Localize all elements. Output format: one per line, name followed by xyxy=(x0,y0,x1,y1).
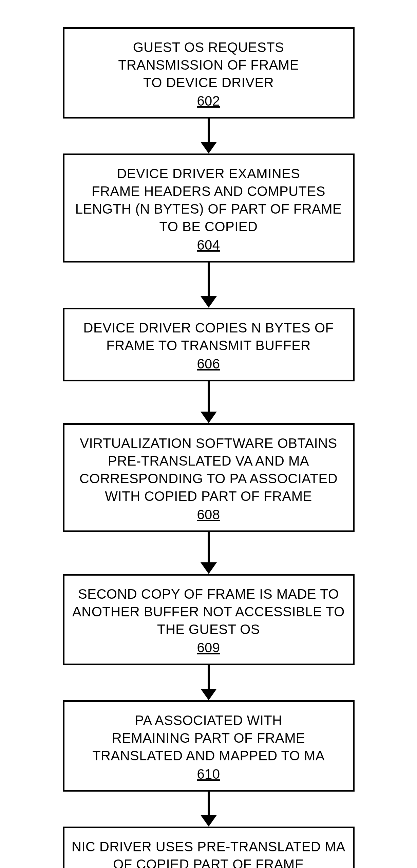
flow-step-ref: 606 xyxy=(197,356,220,372)
flow-step-text: TRANSMISSION OF FRAME xyxy=(118,56,299,74)
flow-step-608: VIRTUALIZATION SOFTWARE OBTAINSPRE-TRANS… xyxy=(63,423,355,532)
flow-arrow-icon xyxy=(201,792,217,827)
flow-step-text: GUEST OS REQUESTS xyxy=(133,38,284,56)
flow-step-606: DEVICE DRIVER COPIES N BYTES OFFRAME TO … xyxy=(63,308,355,381)
flow-arrow-icon xyxy=(201,665,217,700)
flow-step-text: TRANSLATED AND MAPPED TO MA xyxy=(92,747,325,764)
flow-arrow-icon xyxy=(201,532,217,574)
flow-arrow-icon xyxy=(201,381,217,423)
flow-step-612: NIC DRIVER USES PRE-TRANSLATED MAOF COPI… xyxy=(63,827,355,868)
flow-step-ref: 602 xyxy=(197,93,220,109)
flow-step-text: PA ASSOCIATED WITH xyxy=(135,711,282,729)
flow-step-text: PRE-TRANSLATED VA AND MA xyxy=(108,452,309,470)
flow-step-text: SECOND COPY OF FRAME IS MADE TO xyxy=(78,585,339,603)
flow-step-text: WITH COPIED PART OF FRAME xyxy=(105,487,312,505)
flow-step-text: TO DEVICE DRIVER xyxy=(143,74,274,91)
flow-step-text: TO BE COPIED xyxy=(159,218,258,235)
flow-step-text: ANOTHER BUFFER NOT ACCESSIBLE TO xyxy=(72,603,345,620)
arrow-shaft xyxy=(208,532,210,563)
flow-arrow-icon xyxy=(201,119,217,153)
flow-step-text: NIC DRIVER USES PRE-TRANSLATED MA xyxy=(72,838,345,855)
flowchart-container: GUEST OS REQUESTSTRANSMISSION OF FRAMETO… xyxy=(59,27,358,868)
flow-step-610: PA ASSOCIATED WITHREMAINING PART OF FRAM… xyxy=(63,700,355,792)
flow-step-text: LENGTH (N BYTES) OF PART OF FRAME xyxy=(75,200,342,218)
arrow-head-icon xyxy=(201,689,217,700)
flow-step-text: THE GUEST OS xyxy=(157,620,260,638)
arrow-shaft xyxy=(208,665,210,689)
arrow-shaft xyxy=(208,119,210,142)
arrow-head-icon xyxy=(201,296,217,308)
flow-step-604: DEVICE DRIVER EXAMINESFRAME HEADERS AND … xyxy=(63,153,355,263)
arrow-head-icon xyxy=(201,562,217,574)
flow-step-ref: 610 xyxy=(197,766,220,782)
flow-step-ref: 608 xyxy=(197,507,220,522)
arrow-head-icon xyxy=(201,815,217,827)
flow-step-text: OF COPIED PART OF FRAME xyxy=(113,855,304,868)
flow-step-ref: 604 xyxy=(197,237,220,253)
arrow-shaft xyxy=(208,263,210,296)
flow-step-602: GUEST OS REQUESTSTRANSMISSION OF FRAMETO… xyxy=(63,27,355,119)
flow-step-ref: 609 xyxy=(197,640,220,655)
flow-step-text: FRAME HEADERS AND COMPUTES xyxy=(92,182,325,200)
flow-arrow-icon xyxy=(201,263,217,308)
flow-step-text: DEVICE DRIVER COPIES N BYTES OF xyxy=(83,319,334,337)
arrow-shaft xyxy=(208,381,210,412)
arrow-head-icon xyxy=(201,142,217,153)
flow-step-text: VIRTUALIZATION SOFTWARE OBTAINS xyxy=(80,434,337,452)
flow-step-text: CORRESPONDING TO PA ASSOCIATED xyxy=(79,470,338,487)
arrow-shaft xyxy=(208,792,210,815)
flow-step-text: FRAME TO TRANSMIT BUFFER xyxy=(106,337,310,354)
flow-step-text: REMAINING PART OF FRAME xyxy=(112,729,305,747)
flow-step-609: SECOND COPY OF FRAME IS MADE TOANOTHER B… xyxy=(63,574,355,665)
flow-step-text: DEVICE DRIVER EXAMINES xyxy=(117,165,300,182)
arrow-head-icon xyxy=(201,412,217,423)
